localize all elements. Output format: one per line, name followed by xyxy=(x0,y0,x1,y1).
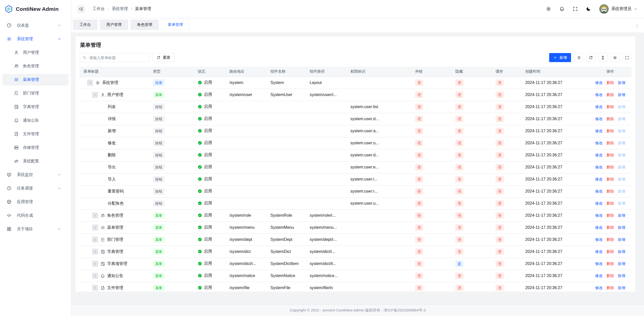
delete-link[interactable]: 删除 xyxy=(607,93,614,97)
row-expander[interactable] xyxy=(92,237,98,243)
add-button[interactable]: 新增 xyxy=(549,53,571,62)
delete-link[interactable]: 删除 xyxy=(607,201,614,206)
sidebar-item-code-gen[interactable]: 代码生成 xyxy=(0,209,71,222)
add-link[interactable]: 新增 xyxy=(618,213,625,218)
sidebar-item-role-mgmt[interactable]: 角色管理 xyxy=(0,59,71,73)
row-expander[interactable] xyxy=(92,212,98,218)
tab-user-mgmt[interactable]: 用户管理 xyxy=(100,20,128,30)
sidebar-item-system-mgmt[interactable]: 系统管理 xyxy=(0,32,71,46)
delete-link[interactable]: 删除 xyxy=(607,237,614,242)
row-expander[interactable] xyxy=(92,92,98,98)
reset-button[interactable]: 重置 xyxy=(152,53,174,62)
modify-link[interactable]: 修改 xyxy=(595,237,603,242)
delete-link[interactable]: 删除 xyxy=(607,117,614,121)
sidebar-collapse-button[interactable] xyxy=(77,5,85,13)
modify-link[interactable]: 修改 xyxy=(595,225,603,230)
fullscreen-icon[interactable] xyxy=(573,6,578,12)
add-link[interactable]: 新增 xyxy=(618,249,625,254)
delete-link[interactable]: 删除 xyxy=(607,80,614,85)
row-expander[interactable] xyxy=(92,249,98,255)
delete-link[interactable]: 删除 xyxy=(607,225,614,230)
delete-link[interactable]: 删除 xyxy=(607,153,614,158)
delete-link[interactable]: 删除 xyxy=(607,213,614,218)
notifications-icon[interactable] xyxy=(559,6,565,12)
sidebar-item-about[interactable]: 关于项目 xyxy=(0,222,71,236)
modify-link[interactable]: 修改 xyxy=(595,141,603,146)
add-link[interactable]: 新增 xyxy=(618,80,625,85)
add-link[interactable]: 新增 xyxy=(618,261,625,266)
sidebar-item-sys-config[interactable]: 系统配置 xyxy=(0,154,71,168)
breadcrumb-item[interactable]: 菜单管理 xyxy=(135,6,151,12)
add-link[interactable]: 新增 xyxy=(618,141,625,146)
modify-link[interactable]: 修改 xyxy=(595,261,603,266)
row-expander[interactable] xyxy=(92,224,98,231)
add-link[interactable]: 新增 xyxy=(618,117,625,121)
modify-link[interactable]: 修改 xyxy=(595,249,603,254)
modify-link[interactable]: 修改 xyxy=(595,274,603,278)
row-expander[interactable] xyxy=(92,273,98,279)
toolbar-line-height-button[interactable] xyxy=(598,53,607,62)
search-input[interactable] xyxy=(89,55,146,60)
sidebar-item-storage-mgmt[interactable]: 存储管理 xyxy=(0,141,71,154)
tab-workbench[interactable]: 工作台 xyxy=(73,20,97,30)
add-link[interactable]: 新增 xyxy=(618,225,625,230)
modify-link[interactable]: 修改 xyxy=(595,153,603,158)
toolbar-gear-button[interactable] xyxy=(610,53,619,62)
modify-link[interactable]: 修改 xyxy=(595,117,603,121)
sidebar-item-notice[interactable]: 通知公告 xyxy=(0,114,71,127)
delete-link[interactable]: 删除 xyxy=(607,177,614,182)
add-link[interactable]: 新增 xyxy=(618,165,625,170)
delete-link[interactable]: 删除 xyxy=(607,189,614,194)
breadcrumb-item[interactable]: 系统管理 xyxy=(112,6,128,12)
add-link[interactable]: 新增 xyxy=(618,201,625,206)
add-link[interactable]: 新增 xyxy=(618,153,625,158)
modify-link[interactable]: 修改 xyxy=(595,129,603,133)
modify-link[interactable]: 修改 xyxy=(595,213,603,218)
add-link[interactable]: 新增 xyxy=(618,286,625,290)
modify-link[interactable]: 修改 xyxy=(595,80,603,85)
delete-link[interactable]: 删除 xyxy=(607,141,614,146)
row-expander[interactable] xyxy=(87,80,93,86)
sidebar-item-dept-mgmt[interactable]: 部门管理 xyxy=(0,86,71,100)
modify-link[interactable]: 修改 xyxy=(595,201,603,206)
row-expander[interactable] xyxy=(92,285,98,291)
app-logo[interactable]: ContiNew Admin xyxy=(0,0,71,18)
dark-mode-icon[interactable] xyxy=(586,6,591,12)
toolbar-list-button[interactable] xyxy=(574,53,583,62)
modify-link[interactable]: 修改 xyxy=(595,93,603,97)
sidebar-item-app-mgmt[interactable]: 应用管理 xyxy=(0,195,71,209)
add-link[interactable]: 新增 xyxy=(618,93,625,97)
sidebar-item-dashboard[interactable]: 仪表盘 xyxy=(0,19,71,32)
sidebar-item-dict-mgmt[interactable]: 字典管理 xyxy=(0,100,71,114)
modify-link[interactable]: 修改 xyxy=(595,286,603,290)
sidebar-item-job-schedule[interactable]: 任务调度 xyxy=(0,182,71,195)
delete-link[interactable]: 删除 xyxy=(607,105,614,109)
add-link[interactable]: 新增 xyxy=(618,177,625,182)
add-link[interactable]: 新增 xyxy=(618,237,625,242)
sidebar-item-sys-monitor[interactable]: 系统监控 xyxy=(0,168,71,182)
add-link[interactable]: 新增 xyxy=(618,105,625,109)
modify-link[interactable]: 修改 xyxy=(595,177,603,182)
delete-link[interactable]: 删除 xyxy=(607,286,614,290)
modify-link[interactable]: 修改 xyxy=(595,189,603,194)
user-menu[interactable]: 系统管理员 xyxy=(599,4,637,14)
sidebar-item-menu-mgmt[interactable]: 菜单管理 xyxy=(3,74,69,85)
delete-link[interactable]: 删除 xyxy=(607,165,614,170)
add-link[interactable]: 新增 xyxy=(618,274,625,278)
row-expander[interactable] xyxy=(92,261,98,267)
delete-link[interactable]: 删除 xyxy=(607,249,614,254)
add-link[interactable]: 新增 xyxy=(618,189,625,194)
delete-link[interactable]: 删除 xyxy=(607,274,614,278)
tab-options-button[interactable] xyxy=(633,23,640,30)
toolbar-refresh-button[interactable] xyxy=(586,53,595,62)
sidebar-item-file-mgmt[interactable]: 文件管理 xyxy=(0,127,71,141)
modify-link[interactable]: 修改 xyxy=(595,165,603,170)
modify-link[interactable]: 修改 xyxy=(595,105,603,109)
tab-menu-mgmt[interactable]: 菜单管理 xyxy=(161,20,189,30)
sidebar-item-user-mgmt[interactable]: 用户管理 xyxy=(0,46,71,59)
delete-link[interactable]: 删除 xyxy=(607,261,614,266)
toolbar-fullscreen-button[interactable] xyxy=(622,53,631,62)
delete-link[interactable]: 删除 xyxy=(607,129,614,133)
tab-role-mgmt[interactable]: 角色管理 xyxy=(131,20,159,30)
settings-icon[interactable] xyxy=(546,6,551,12)
